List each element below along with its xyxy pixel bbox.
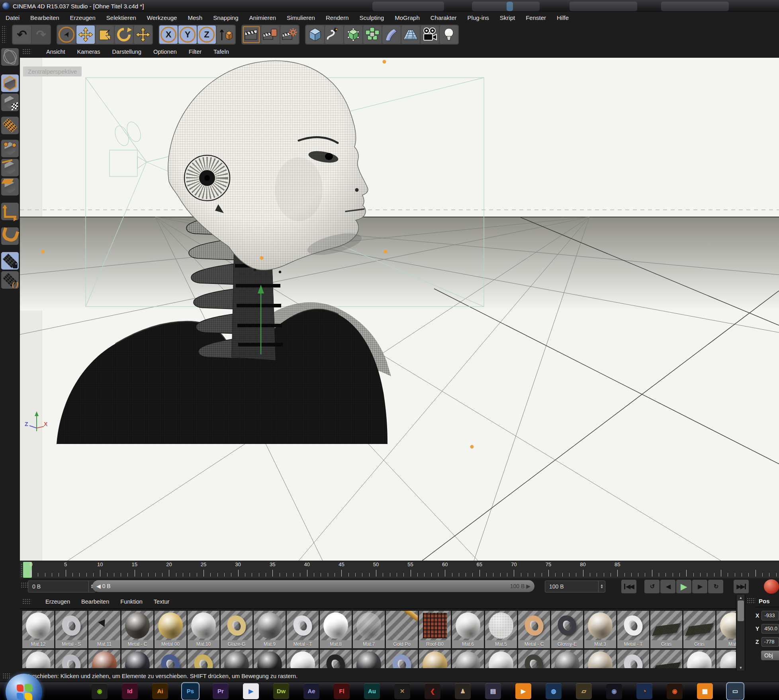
material-thumbnail[interactable] bbox=[55, 650, 87, 668]
viewport-menu-ansicht[interactable]: Ansicht bbox=[46, 49, 65, 55]
polygons-mode-button[interactable] bbox=[1, 178, 19, 196]
material-thumbnail[interactable] bbox=[88, 650, 120, 668]
preview-range-slider[interactable]: ◀ 0 B 100 B ▶ bbox=[92, 580, 534, 592]
taskbar-dreamweaver[interactable]: Dw bbox=[273, 683, 289, 699]
material-thumbnail[interactable] bbox=[88, 611, 120, 640]
material-item[interactable] bbox=[551, 650, 583, 668]
material-item[interactable] bbox=[386, 650, 418, 668]
taskbar-browser-orange[interactable]: ◉ bbox=[667, 683, 683, 699]
axis-mode-button[interactable] bbox=[1, 203, 19, 220]
menu-item-rendern[interactable]: Rendern bbox=[326, 14, 349, 21]
material-menu-grip[interactable] bbox=[22, 598, 31, 605]
material-item[interactable]: Gras bbox=[683, 611, 715, 648]
material-item[interactable] bbox=[353, 650, 385, 668]
render-settings-button[interactable] bbox=[280, 25, 299, 44]
material-item[interactable]: Gras bbox=[650, 611, 682, 648]
material-item[interactable]: Mat.8 bbox=[320, 611, 352, 648]
material-menu-bearbeiten[interactable]: Bearbeiten bbox=[81, 598, 109, 605]
material-item[interactable] bbox=[55, 650, 87, 668]
material-thumbnail[interactable] bbox=[452, 650, 484, 668]
material-item[interactable]: Metal - C bbox=[518, 611, 550, 648]
material-thumbnail[interactable] bbox=[155, 611, 186, 640]
coord-field-z[interactable]: -778 bbox=[761, 637, 779, 647]
material-item[interactable]: Mat.6 bbox=[452, 611, 484, 648]
material-item[interactable]: Glossy-E bbox=[551, 611, 583, 648]
material-thumbnail[interactable] bbox=[650, 650, 682, 668]
material-thumbnail[interactable] bbox=[386, 650, 418, 668]
material-thumbnail[interactable] bbox=[121, 650, 153, 668]
menu-item-bearbeiten[interactable]: Bearbeiten bbox=[30, 14, 59, 21]
material-item[interactable] bbox=[452, 650, 484, 668]
undo-button[interactable]: ↶ bbox=[13, 25, 31, 44]
material-thumbnail[interactable] bbox=[584, 611, 616, 640]
workplane-mode-button[interactable] bbox=[1, 117, 19, 134]
add-light-button[interactable] bbox=[440, 25, 458, 44]
material-item[interactable]: Mat.9 bbox=[254, 611, 286, 648]
material-item[interactable] bbox=[683, 650, 715, 668]
material-item[interactable] bbox=[221, 650, 252, 668]
menu-item-selektieren[interactable]: Selektieren bbox=[106, 14, 136, 21]
material-thumbnail[interactable] bbox=[452, 611, 484, 640]
material-item[interactable] bbox=[188, 650, 219, 668]
material-item[interactable]: Metal - T bbox=[617, 611, 649, 648]
viewport-menu-filter[interactable]: Filter bbox=[189, 49, 202, 55]
scale-tool[interactable] bbox=[96, 25, 114, 44]
material-item[interactable] bbox=[155, 650, 186, 668]
last-used-tool[interactable] bbox=[134, 25, 152, 44]
add-generator-button[interactable] bbox=[344, 25, 362, 44]
add-cube-button[interactable] bbox=[306, 25, 324, 44]
taskbar-firefox[interactable]: ◔ bbox=[636, 683, 652, 699]
menu-item-fenster[interactable]: Fenster bbox=[526, 14, 546, 21]
material-thumbnail[interactable] bbox=[419, 611, 451, 640]
material-thumbnail[interactable] bbox=[551, 611, 583, 640]
play-forwards-button[interactable]: ▶ bbox=[676, 580, 691, 593]
material-item[interactable]: Mat.5 bbox=[485, 611, 517, 648]
taskbar-media-player[interactable]: ▶ bbox=[243, 683, 259, 699]
material-item[interactable]: Metal - C bbox=[121, 611, 153, 648]
redo-button[interactable]: ↷ bbox=[32, 25, 50, 44]
taskbar-media-disc[interactable]: ◉ bbox=[606, 683, 622, 699]
record-keyframe-button[interactable] bbox=[764, 579, 779, 594]
coord-field-y[interactable]: 450.0 bbox=[761, 624, 779, 634]
make-editable-button[interactable] bbox=[1, 48, 19, 66]
material-item[interactable] bbox=[254, 650, 286, 668]
menu-item-skript[interactable]: Skript bbox=[500, 14, 515, 21]
material-item[interactable] bbox=[518, 650, 550, 668]
material-thumbnail[interactable] bbox=[584, 650, 616, 668]
material-item[interactable] bbox=[121, 650, 153, 668]
menu-item-plug-ins[interactable]: Plug-ins bbox=[468, 14, 489, 21]
menu-item-datei[interactable]: Datei bbox=[6, 14, 20, 21]
material-thumbnail[interactable] bbox=[617, 611, 649, 640]
material-thumbnail[interactable] bbox=[221, 650, 252, 668]
taskbar-photoshop[interactable]: Ps bbox=[182, 683, 198, 699]
model-mode-button[interactable] bbox=[1, 74, 19, 92]
material-thumbnail[interactable] bbox=[254, 611, 286, 640]
material-menu-funktion[interactable]: Funktion bbox=[120, 598, 143, 605]
add-camera-button[interactable] bbox=[421, 25, 439, 44]
viewport[interactable]: Zentralperspektive Z X bbox=[20, 58, 779, 561]
taskbar-cubase[interactable]: ❮ bbox=[425, 683, 440, 699]
coord-field-x[interactable]: -933 bbox=[761, 611, 779, 620]
menu-item-hilfe[interactable]: Hilfe bbox=[557, 14, 569, 21]
taskbar-nvidia[interactable]: ◉ bbox=[92, 683, 108, 699]
goto-start-button[interactable]: ◀◀ bbox=[621, 580, 636, 593]
coords-grip[interactable] bbox=[747, 598, 756, 604]
workplane-lock-button[interactable] bbox=[1, 252, 19, 270]
loop-button[interactable]: ↻ bbox=[708, 580, 723, 593]
material-thumbnail[interactable] bbox=[55, 611, 87, 640]
current-frame-field[interactable]: 0 B ▲▼ bbox=[28, 581, 96, 592]
end-frame-stepper[interactable]: ▲▼ bbox=[598, 581, 605, 592]
material-thumbnail[interactable] bbox=[518, 650, 550, 668]
next-frame-button[interactable]: ▶ bbox=[692, 580, 707, 593]
material-item[interactable]: Mat.10 bbox=[188, 611, 219, 648]
title-bar[interactable]: CINEMA 4D R15.037 Studio - [Ohne Titel 3… bbox=[0, 0, 779, 12]
timeline-ruler[interactable]: 0510152025303540455055606570758085 bbox=[20, 561, 779, 579]
viewport-menu-optionen[interactable]: Optionen bbox=[153, 49, 177, 55]
material-item[interactable] bbox=[88, 650, 120, 668]
material-thumbnail[interactable] bbox=[121, 611, 153, 640]
taskbar-illustrator[interactable]: Ai bbox=[152, 683, 168, 699]
rotate-tool[interactable] bbox=[115, 25, 133, 44]
material-item[interactable] bbox=[650, 650, 682, 668]
material-thumbnail[interactable] bbox=[683, 611, 715, 640]
play-backwards-button[interactable]: ↺ bbox=[644, 580, 660, 593]
